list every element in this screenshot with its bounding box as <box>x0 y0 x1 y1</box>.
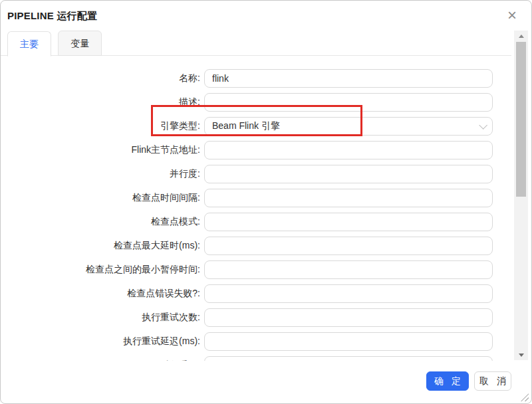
field-input[interactable] <box>204 213 493 231</box>
field-input[interactable] <box>204 356 493 361</box>
field-label: 执行重试延迟(ms): <box>1 336 204 348</box>
field-label: 检查点最大延时(ms): <box>1 240 204 252</box>
field-input[interactable] <box>204 93 493 112</box>
field-label: 引擎类型: <box>1 120 204 132</box>
field-input[interactable] <box>204 69 493 88</box>
field-label: 检查点模式: <box>1 216 204 228</box>
dialog-title: PIPELINE 运行配置 <box>7 10 97 23</box>
field-label: 对象重用: <box>1 359 204 361</box>
field-label: 描述: <box>1 96 204 108</box>
tab-variables[interactable]: 变量 <box>58 31 102 56</box>
form-row: 检查点最大延时(ms): <box>1 234 511 258</box>
form-row: 并行度: <box>1 162 511 186</box>
form-row: Flink主节点地址: <box>1 138 511 162</box>
field-label: 执行重试次数: <box>1 312 204 324</box>
form-row: 执行重试延迟(ms): <box>1 330 511 354</box>
field-input[interactable] <box>204 189 493 207</box>
field-input[interactable] <box>204 284 493 303</box>
engine-type-selected-value: Beam Flink 引擎 <box>212 120 479 132</box>
field-label: 检查点之间的最小暂停时间: <box>1 264 204 276</box>
tab-bar: 主要 变量 <box>1 31 511 56</box>
scrollbar-thumb[interactable] <box>516 42 526 197</box>
cancel-button[interactable]: 取 消 <box>474 371 511 391</box>
field-label: 名称: <box>1 72 204 84</box>
field-label: 检查点错误失败?: <box>1 288 204 300</box>
field-input[interactable] <box>204 237 493 255</box>
scroll-down-arrow-icon[interactable] <box>514 350 528 360</box>
form-row: 执行重试次数: <box>1 306 511 330</box>
tab-main[interactable]: 主要 <box>7 31 51 56</box>
form-row: 引擎类型:Beam Flink 引擎 <box>1 114 511 138</box>
form-row: 检查点之间的最小暂停时间: <box>1 258 511 282</box>
form-row: 对象重用: <box>1 354 511 361</box>
chevron-down-icon <box>479 121 487 130</box>
form-row: 检查点模式: <box>1 210 511 234</box>
form-row: 检查点错误失败?: <box>1 282 511 306</box>
vertical-scrollbar[interactable] <box>514 31 528 360</box>
form-row: 检查点时间间隔: <box>1 186 511 210</box>
field-label: 并行度: <box>1 168 204 180</box>
resize-grip-icon[interactable] <box>521 393 529 401</box>
close-icon[interactable]: × <box>503 7 521 25</box>
form-row: 描述: <box>1 90 511 114</box>
pipeline-run-config-dialog: PIPELINE 运行配置 × 主要 变量 名称:描述:引擎类型:Beam Fl… <box>0 0 532 404</box>
field-input[interactable] <box>204 260 493 279</box>
engine-type-select[interactable]: Beam Flink 引擎 <box>204 117 493 136</box>
field-label: Flink主节点地址: <box>1 144 204 156</box>
scroll-up-arrow-icon[interactable] <box>514 31 528 41</box>
config-form: 名称:描述:引擎类型:Beam Flink 引擎Flink主节点地址:并行度:检… <box>1 66 511 361</box>
form-row: 名称: <box>1 66 511 90</box>
field-input[interactable] <box>204 141 493 159</box>
field-input[interactable] <box>204 308 493 327</box>
field-label: 检查点时间间隔: <box>1 192 204 204</box>
ok-button[interactable]: 确 定 <box>426 371 469 391</box>
field-input[interactable] <box>204 332 493 351</box>
field-input[interactable] <box>204 165 493 183</box>
